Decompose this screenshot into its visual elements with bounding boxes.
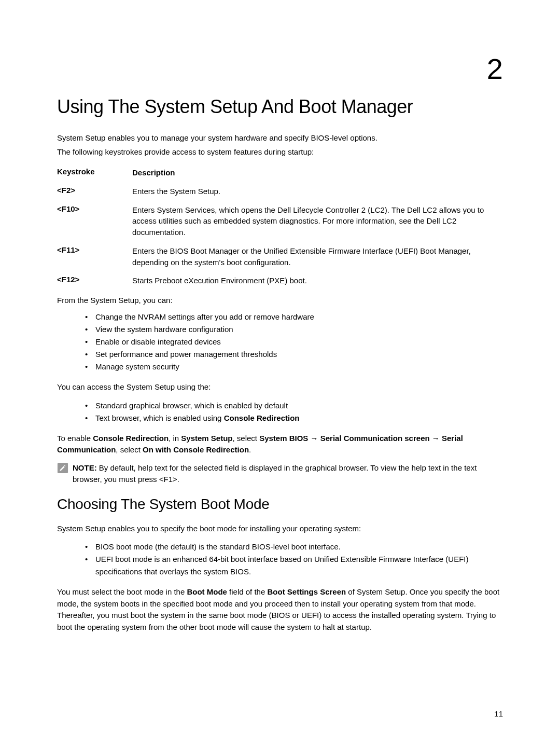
section-intro: System Setup enables you to specify the … [57, 523, 503, 535]
list-item: Text browser, which is enabled using Con… [85, 412, 503, 424]
final-paragraph: You must select the boot mode in the Boo… [57, 586, 503, 633]
keystroke-key: <F10> [57, 204, 132, 238]
enable-console-redirection-text: To enable Console Redirection, in System… [57, 433, 503, 456]
boot-mode-list: BIOS boot mode (the default) is the stan… [85, 541, 503, 578]
list-item: BIOS boot mode (the default) is the stan… [85, 541, 503, 553]
setup-capabilities-intro: From the System Setup, you can: [57, 296, 503, 305]
text-fragment: , select [116, 445, 143, 454]
pencil-note-icon [57, 462, 68, 474]
text-fragment: You must select the boot mode in the [57, 587, 187, 596]
table-row: <F11> Enters the BIOS Boot Manager or th… [57, 245, 503, 268]
text-fragment: , in [169, 434, 181, 443]
keystroke-table: Keystroke Description <F2> Enters the Sy… [57, 167, 503, 286]
list-item: Set performance and power management thr… [85, 348, 503, 361]
list-item-text: Text browser, which is enabled using [95, 414, 224, 422]
table-row: <F12> Starts Preboot eXecution Environme… [57, 275, 503, 286]
list-item-bold: Console Redirection [224, 414, 300, 422]
access-methods-list: Standard graphical browser, which is ena… [85, 399, 503, 424]
keystroke-key: <F2> [57, 186, 132, 197]
keystroke-description: Enters the BIOS Boot Manager or the Unif… [132, 245, 503, 268]
list-item: Enable or disable integrated devices [85, 336, 503, 348]
text-bold: Serial Communication screen [320, 434, 430, 443]
text-bold: System Setup [181, 434, 232, 443]
text-fragment: , select [232, 434, 259, 443]
table-header-description: Description [132, 167, 503, 178]
text-bold: Boot Mode [187, 587, 227, 596]
page-number: 11 [494, 709, 503, 718]
list-item: UEFI boot mode is an enhanced 64-bit boo… [85, 553, 503, 578]
note-body: By default, help text for the selected f… [73, 463, 477, 484]
text-fragment: field of the [227, 587, 268, 596]
page-title: Using The System Setup And Boot Manager [57, 96, 503, 118]
keystroke-description: Starts Preboot eXecution Environment (PX… [132, 275, 503, 286]
keystroke-description: Enters the System Setup. [132, 186, 503, 197]
section-heading: Choosing The System Boot Mode [57, 496, 503, 513]
table-header-keystroke: Keystroke [57, 167, 132, 178]
keystroke-key: <F12> [57, 275, 132, 286]
setup-capabilities-list: Change the NVRAM settings after you add … [85, 311, 503, 373]
table-row: <F10> Enters System Services, which open… [57, 204, 503, 238]
text-bold: Console Redirection [93, 434, 169, 443]
list-item: Change the NVRAM settings after you add … [85, 311, 503, 323]
arrow-separator: → [430, 434, 442, 443]
intro-line-1: System Setup enables you to manage your … [57, 132, 503, 144]
note-block: NOTE: By default, help text for the sele… [57, 462, 503, 486]
keystroke-description: Enters System Services, which opens the … [132, 204, 503, 238]
table-header-row: Keystroke Description [57, 167, 503, 178]
table-row: <F2> Enters the System Setup. [57, 186, 503, 197]
text-bold: Boot Settings Screen [267, 587, 346, 596]
text-fragment: . [249, 445, 251, 454]
access-methods-intro: You can access the System Setup using th… [57, 381, 503, 393]
list-item: View the system hardware configuration [85, 323, 503, 336]
intro-line-2: The following keystrokes provide access … [57, 146, 503, 158]
text-bold: On with Console Redirection [143, 445, 249, 454]
keystroke-key: <F11> [57, 245, 132, 268]
chapter-number: 2 [57, 52, 503, 86]
note-text: NOTE: By default, help text for the sele… [73, 462, 503, 486]
arrow-separator: → [308, 434, 320, 443]
note-label: NOTE: [73, 463, 97, 472]
list-item: Manage system security [85, 361, 503, 373]
text-bold: System BIOS [259, 434, 308, 443]
list-item: Standard graphical browser, which is ena… [85, 399, 503, 412]
note-icon [57, 462, 73, 486]
text-fragment: To enable [57, 434, 93, 443]
